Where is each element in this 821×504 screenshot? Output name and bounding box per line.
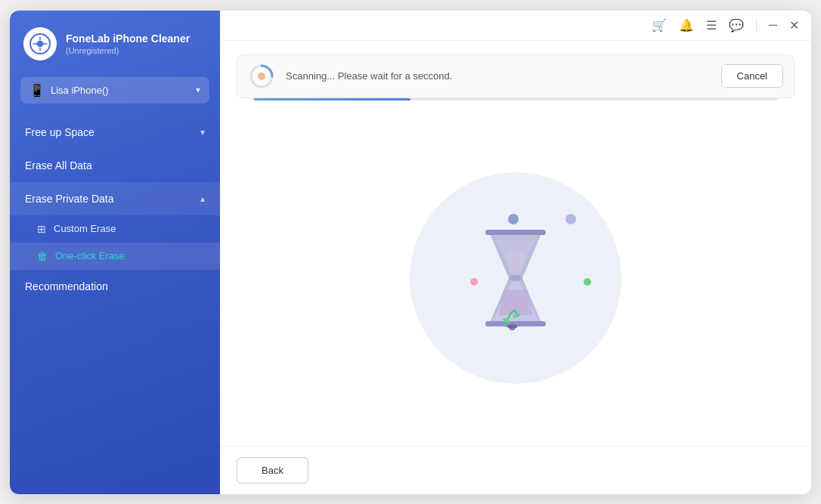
svg-point-1	[37, 41, 43, 47]
sidebar-item-custom-erase[interactable]: ⊞ Custom Erase	[10, 215, 220, 243]
decorative-dot-green	[584, 278, 591, 286]
sidebar-item-erase-all-data[interactable]: Erase All Data	[10, 149, 220, 182]
sidebar-item-label: Recommendation	[25, 280, 108, 292]
grid-icon: ⊞	[37, 223, 46, 235]
svg-rect-5	[485, 230, 546, 235]
cancel-button[interactable]: Cancel	[721, 64, 783, 88]
main-content: 🛒 🔔 ☰ 💬 ─ ✕ Scanning... Please wait for …	[220, 11, 811, 494]
sidebar-sub-label: Custom Erase	[54, 223, 116, 234]
trash-icon: 🗑	[37, 250, 48, 262]
sidebar-item-label: Erase All Data	[25, 159, 92, 172]
cart-icon[interactable]: 🛒	[652, 18, 667, 32]
title-bar: 🛒 🔔 ☰ 💬 ─ ✕	[220, 11, 811, 41]
scan-status-text: Scanning... Please wait for a seccond.	[286, 70, 711, 82]
svg-point-4	[509, 275, 522, 280]
device-chevron-icon: ▾	[196, 85, 200, 95]
scan-progress-fill	[253, 98, 410, 100]
close-icon[interactable]: ✕	[789, 18, 799, 32]
scan-progress-bar	[253, 98, 778, 100]
device-selector[interactable]: 📱 Lisa iPhone() ▾	[20, 77, 209, 104]
decorative-dot-purple-dark	[508, 214, 519, 224]
sidebar: FoneLab iPhone Cleaner (Unregistered) 📱 …	[10, 11, 220, 494]
menu-icon[interactable]: ☰	[706, 18, 717, 32]
illustration-circle	[410, 172, 621, 384]
svg-point-7	[507, 324, 517, 328]
device-icon: 📱	[29, 83, 45, 97]
sidebar-item-one-click-erase[interactable]: 🗑 One-click Erase	[10, 243, 220, 270]
scan-area: Scanning... Please wait for a seccond. C…	[220, 41, 811, 111]
chat-icon[interactable]: 💬	[729, 18, 744, 32]
scan-spinner	[248, 63, 275, 90]
app-subtitle: (Unregistered)	[66, 46, 190, 55]
app-title: FoneLab iPhone Cleaner	[66, 32, 190, 45]
sidebar-item-recommendation[interactable]: Recommendation	[10, 270, 220, 303]
back-button[interactable]: Back	[237, 457, 308, 484]
main-footer: Back	[220, 446, 811, 494]
sidebar-item-free-up-space[interactable]: Free up Space ▾	[10, 116, 220, 149]
sidebar-sub-label: One-click Erase	[55, 250, 125, 261]
chevron-down-icon: ▾	[200, 127, 205, 138]
minimize-icon[interactable]: ─	[769, 18, 777, 32]
app-logo	[23, 27, 57, 60]
nav-section: Free up Space ▾ Erase All Data Erase Pri…	[10, 116, 220, 303]
app-title-block: FoneLab iPhone Cleaner (Unregistered)	[66, 32, 190, 54]
chevron-up-icon: ▴	[200, 193, 205, 204]
sidebar-item-erase-private-data[interactable]: Erase Private Data ▴	[10, 182, 220, 215]
sidebar-item-label: Free up Space	[25, 126, 94, 138]
bell-icon[interactable]: 🔔	[679, 18, 694, 32]
device-name: Lisa iPhone()	[51, 85, 109, 96]
hourglass-illustration	[463, 218, 569, 339]
decorative-dot-purple-light	[565, 214, 576, 224]
sidebar-header: FoneLab iPhone Cleaner (Unregistered)	[10, 11, 220, 74]
sidebar-item-label: Erase Private Data	[25, 193, 114, 205]
svg-point-3	[258, 73, 265, 80]
decorative-dot-pink	[470, 278, 478, 286]
illustration-area	[220, 111, 811, 446]
title-bar-divider	[756, 19, 757, 31]
scan-bar: Scanning... Please wait for a seccond. C…	[237, 54, 795, 98]
